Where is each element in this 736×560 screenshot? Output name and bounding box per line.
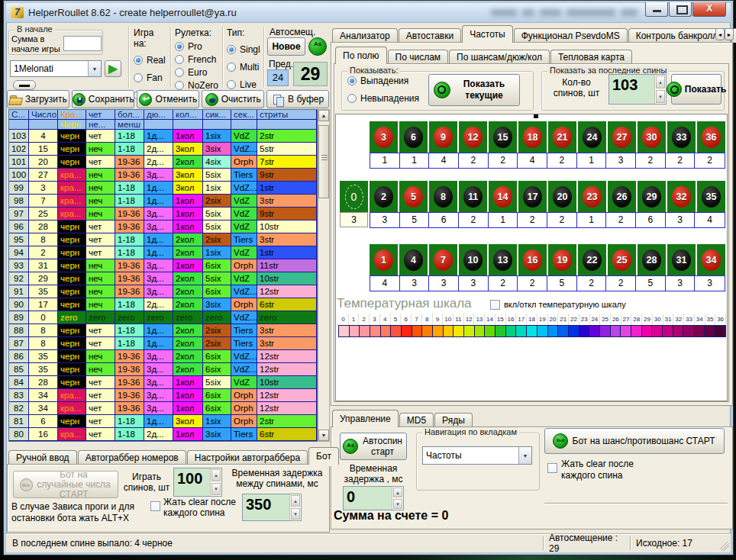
table-cell[interactable]: VdZ — [231, 208, 257, 220]
start-sum-input[interactable] — [63, 36, 102, 51]
board-number-cell[interactable]: 33 — [667, 121, 696, 153]
table-cell[interactable]: 3д... — [144, 350, 173, 363]
table-cell[interactable]: кра... — [58, 208, 86, 220]
number-cell[interactable]: 4 — [29, 130, 58, 143]
table-cell[interactable]: неч — [86, 208, 115, 220]
table-cell[interactable]: 1д... — [144, 130, 173, 143]
table-cell[interactable]: zero — [203, 311, 231, 324]
table-cell[interactable]: 1-18 — [115, 337, 144, 350]
table-cell[interactable]: 19-36 — [115, 156, 144, 169]
number-cell[interactable]: 17 — [29, 298, 58, 311]
table-cell[interactable]: zero — [86, 311, 115, 324]
number-cell[interactable]: 35 — [29, 350, 58, 363]
row-number-cell[interactable]: 94 — [9, 246, 29, 259]
table-cell[interactable]: zero — [115, 311, 144, 324]
table-cell[interactable]: черн — [58, 272, 86, 285]
scroll-down-icon[interactable]: ▼ — [318, 430, 329, 441]
table-cell[interactable]: 3д... — [144, 272, 173, 285]
table-cell[interactable]: 1кол — [173, 376, 203, 389]
table-cell[interactable]: Tiers — [231, 337, 257, 350]
number-cell[interactable]: 34 — [29, 402, 58, 415]
number-cell[interactable]: 27 — [29, 169, 58, 182]
board-zero-cell[interactable]: 0 — [340, 181, 368, 212]
table-cell[interactable]: 19-36 — [115, 272, 144, 285]
table-cell[interactable]: 2six — [203, 195, 231, 208]
number-cell[interactable]: 8 — [29, 324, 58, 337]
table-cell[interactable]: 19-36 — [115, 220, 144, 233]
roulette-option-french[interactable]: French — [175, 54, 221, 65]
table-cell[interactable]: 1д... — [144, 324, 173, 337]
board-number-cell[interactable]: 31 — [667, 244, 696, 275]
board-number-cell[interactable]: 29 — [638, 181, 666, 212]
column-header[interactable] — [173, 120, 203, 130]
column-header[interactable] — [231, 120, 257, 130]
table-cell[interactable]: 1кол — [173, 195, 203, 208]
close-button[interactable] — [692, 2, 726, 17]
row-number-cell[interactable]: 101 — [9, 156, 29, 169]
table-cell[interactable]: Orph — [231, 259, 257, 272]
column-header[interactable]: дю... — [144, 110, 173, 120]
table-cell[interactable]: 9str — [257, 208, 317, 220]
board-number-cell[interactable]: 25 — [608, 244, 636, 275]
row-number-cell[interactable]: 96 — [9, 220, 29, 233]
row-number-cell[interactable]: 87 — [9, 337, 29, 350]
board-number-cell[interactable]: 4 — [399, 244, 428, 275]
spins-stepper[interactable]: 100 ▲▼ — [173, 468, 222, 497]
table-cell[interactable]: 1-18 — [115, 130, 144, 143]
table-cell[interactable]: 2six — [203, 324, 231, 337]
board-number-cell[interactable]: 35 — [697, 181, 725, 212]
table-cell[interactable]: 1кол — [173, 402, 203, 415]
board-number-cell[interactable]: 10 — [459, 244, 487, 275]
tab-control-3[interactable]: Ряды — [434, 413, 473, 427]
table-cell[interactable]: 3д... — [144, 389, 173, 402]
row-number-cell[interactable]: 99 — [9, 182, 29, 195]
board-number-cell[interactable]: 11 — [459, 181, 487, 212]
table-cell[interactable]: 1-18 — [115, 298, 144, 311]
tab-main-2[interactable]: Автоставки — [399, 28, 462, 43]
tab-scroll-left-icon[interactable]: ◄ — [715, 28, 725, 40]
table-cell[interactable]: 19-36 — [115, 169, 144, 182]
table-cell[interactable]: неч — [86, 272, 115, 285]
board-number-cell[interactable]: 34 — [697, 244, 725, 275]
board-number-cell[interactable]: 1 — [370, 244, 398, 275]
table-cell[interactable]: 2кол — [173, 246, 203, 259]
history-table[interactable]: С...ЧислоКра...четбол...дю...кол...сик..… — [8, 109, 318, 442]
tab-main-1[interactable]: Анализатор — [332, 28, 398, 43]
table-cell[interactable]: 6six — [203, 389, 231, 402]
table-cell[interactable]: 1кол — [173, 208, 203, 220]
table-cell[interactable]: чет — [86, 324, 115, 337]
table-cell[interactable]: 2кол — [173, 233, 203, 246]
row-number-cell[interactable]: 91 — [9, 285, 29, 298]
table-cell[interactable]: чет — [86, 402, 115, 415]
table-cell[interactable]: 12str — [257, 285, 317, 298]
table-cell[interactable]: черн — [58, 324, 86, 337]
roulette-option-pro[interactable]: Pro — [175, 41, 221, 52]
table-cell[interactable]: 11str — [257, 259, 317, 272]
table-cell[interactable]: 1-18 — [115, 415, 144, 428]
row-number-cell[interactable]: 88 — [9, 324, 29, 337]
board-number-cell[interactable]: 24 — [578, 121, 606, 153]
table-cell[interactable]: 12str — [257, 350, 317, 363]
type-option-multi[interactable]: Multi — [227, 62, 262, 72]
row-number-cell[interactable]: 103 — [9, 130, 29, 143]
table-cell[interactable]: чет — [86, 337, 115, 350]
board-number-cell[interactable]: 2 — [370, 181, 398, 212]
table-cell[interactable]: 6six — [203, 402, 231, 415]
column-header[interactable]: С... — [9, 110, 29, 120]
table-cell[interactable]: чет — [86, 156, 115, 169]
resize-grip[interactable] — [720, 542, 729, 551]
column-header[interactable]: Число — [29, 110, 58, 120]
table-cell[interactable]: черн — [58, 415, 86, 428]
table-cell[interactable]: 4six — [203, 156, 231, 169]
table-cell[interactable]: VdZ — [231, 220, 257, 233]
profile-combobox[interactable]: 1Melonati ▼ — [10, 60, 102, 77]
table-cell[interactable]: 1д... — [144, 195, 173, 208]
column-header[interactable]: чет — [86, 110, 115, 120]
number-cell[interactable]: 25 — [29, 208, 58, 220]
column-header[interactable]: Кра... — [58, 110, 86, 120]
table-cell[interactable]: 3кол — [173, 143, 203, 156]
table-cell[interactable]: 1six — [203, 130, 231, 143]
table-cell[interactable]: 1кол — [173, 389, 203, 402]
table-cell[interactable]: Orph — [231, 156, 257, 169]
table-cell[interactable]: Tiers — [231, 428, 257, 441]
